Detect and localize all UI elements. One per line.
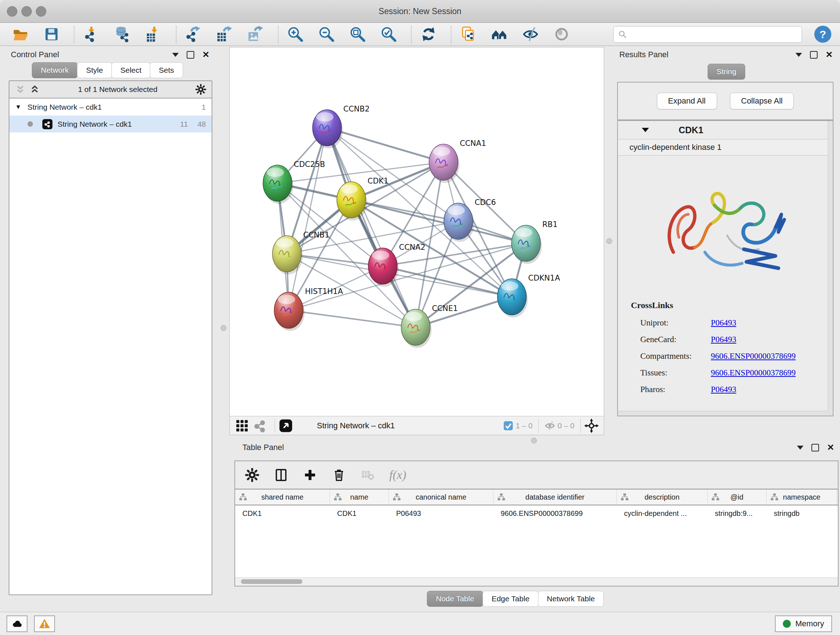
- table-cell[interactable]: stringdb: [767, 505, 837, 521]
- panel-collapse-icon[interactable]: [797, 446, 804, 450]
- crosslink-link[interactable]: P06493: [711, 385, 736, 394]
- tab-edge-table[interactable]: Edge Table: [483, 591, 538, 607]
- export-network-button[interactable]: [183, 24, 203, 44]
- zoom-fit-button[interactable]: [347, 24, 368, 44]
- duplicate-network-button[interactable]: [458, 24, 478, 44]
- save-session-button[interactable]: [41, 24, 62, 44]
- network-node-CCNB2[interactable]: CCNB2: [313, 105, 370, 149]
- network-collection-row[interactable]: ▼ String Network – cdk1 1: [9, 98, 212, 116]
- table-settings-gear-icon[interactable]: [245, 467, 260, 483]
- crosslink-link[interactable]: P06493: [711, 318, 736, 328]
- grid-view-icon[interactable]: [235, 418, 249, 433]
- column-header--id[interactable]: @id: [707, 489, 767, 505]
- network-edge[interactable]: [289, 128, 327, 310]
- expand-all-networks-icon[interactable]: [29, 84, 41, 95]
- collection-caret-icon[interactable]: ▼: [15, 103, 27, 111]
- right-splitter-handle[interactable]: [606, 238, 612, 244]
- scrollbar-thumb[interactable]: [241, 579, 302, 584]
- network-canvas[interactable]: CCNB2 CCNA1 CDC25B CDK1 CDC6 RB1: [230, 48, 604, 416]
- panel-collapse-icon[interactable]: [796, 53, 802, 57]
- zoom-selected-button[interactable]: [378, 24, 399, 44]
- table-horizontal-scrollbar[interactable]: [235, 578, 838, 586]
- column-header-namespace[interactable]: namespace: [767, 489, 837, 505]
- delete-column-trash-icon[interactable]: [332, 467, 347, 483]
- panel-float-icon[interactable]: [187, 51, 194, 59]
- panel-close-icon[interactable]: ✕: [827, 444, 834, 451]
- left-splitter-handle[interactable]: [221, 325, 226, 331]
- network-options-gear-icon[interactable]: [195, 84, 207, 95]
- string-query-button[interactable]: [489, 24, 509, 44]
- network-node-CCNE1[interactable]: CCNE1: [401, 304, 458, 348]
- results-vertical-scrollbar[interactable]: [828, 121, 833, 416]
- crosshair-icon[interactable]: [584, 418, 599, 433]
- panel-close-icon[interactable]: ✕: [826, 51, 833, 58]
- zoom-in-button[interactable]: [285, 24, 305, 44]
- network-edge[interactable]: [327, 128, 444, 162]
- export-table-button[interactable]: [214, 24, 234, 44]
- tab-string[interactable]: String: [707, 64, 745, 80]
- node-details-header[interactable]: CDK1: [618, 121, 833, 139]
- hidden-eye-slash-icon[interactable]: [545, 420, 555, 431]
- table-cell[interactable]: CDK1: [235, 505, 330, 521]
- table-cell[interactable]: cyclin-dependent ...: [617, 505, 707, 521]
- import-table-from-file-button[interactable]: [143, 24, 164, 44]
- network-row[interactable]: String Network – cdk1 11 48: [9, 116, 212, 133]
- node-details-caret-icon[interactable]: [642, 128, 649, 132]
- import-network-from-database-button[interactable]: [112, 24, 133, 44]
- network-node-RB1[interactable]: RB1: [512, 220, 557, 264]
- open-session-button[interactable]: [10, 24, 30, 44]
- tab-select[interactable]: Select: [111, 62, 150, 78]
- show-graphics-details-button[interactable]: [551, 24, 572, 44]
- share-view-icon[interactable]: [253, 418, 267, 433]
- apply-layout-button[interactable]: [418, 24, 439, 44]
- crosslink-link[interactable]: 9606.ENSP00000378699: [711, 352, 796, 361]
- zoom-in-icon: [287, 26, 304, 43]
- network-node-CDC6[interactable]: CDC6: [444, 198, 496, 242]
- column-header-database-identifier[interactable]: database identifier: [493, 489, 617, 505]
- table-cell[interactable]: stringdb:9...: [707, 505, 767, 521]
- show-columns-icon[interactable]: [273, 467, 289, 483]
- table-cell[interactable]: P06493: [389, 505, 493, 521]
- tab-style[interactable]: Style: [77, 62, 112, 78]
- import-network-from-file-button[interactable]: [81, 24, 101, 44]
- table-cell[interactable]: 9606.ENSP00000378699: [493, 505, 617, 521]
- tab-sets[interactable]: Sets: [150, 62, 183, 78]
- column-header-name[interactable]: name: [330, 489, 389, 505]
- string-enhance-toggle-button[interactable]: [520, 24, 540, 44]
- column-header-shared-name[interactable]: shared name: [235, 489, 330, 505]
- collapse-all-button[interactable]: Collapse All: [730, 93, 794, 109]
- panel-float-icon[interactable]: [812, 444, 819, 451]
- export-image-button[interactable]: [245, 24, 265, 44]
- tab-network[interactable]: Network: [32, 62, 78, 78]
- search-box[interactable]: [613, 26, 802, 43]
- add-column-icon[interactable]: [302, 467, 317, 483]
- results-actions: Expand All Collapse All: [617, 82, 834, 120]
- birds-eye-view-icon[interactable]: [279, 418, 293, 433]
- crosslink-link[interactable]: 9606.ENSP00000378699: [711, 368, 796, 378]
- zoom-out-button[interactable]: [316, 24, 336, 44]
- memory-button[interactable]: Memory: [775, 616, 832, 632]
- panel-close-icon[interactable]: ✕: [202, 51, 210, 58]
- help-button[interactable]: ?: [814, 26, 831, 43]
- network-edge[interactable]: [289, 310, 416, 327]
- cloud-status-button[interactable]: [6, 616, 27, 632]
- expand-all-button[interactable]: Expand All: [657, 93, 717, 109]
- network-edge[interactable]: [327, 128, 416, 327]
- results-horizontal-scrollbar[interactable]: [618, 411, 828, 416]
- toolbar-separator: [278, 26, 279, 43]
- search-input[interactable]: [630, 30, 797, 39]
- network-node-CDKN1A[interactable]: CDKN1A: [497, 274, 561, 318]
- table-row[interactable]: CDK1CDK1P064939606.ENSP00000378699cyclin…: [235, 505, 838, 521]
- panel-float-icon[interactable]: [810, 51, 818, 59]
- column-header-canonical-name[interactable]: canonical name: [389, 489, 493, 505]
- table-cell[interactable]: CDK1: [330, 505, 389, 521]
- tab-network-table[interactable]: Network Table: [538, 591, 604, 607]
- panel-collapse-icon[interactable]: [172, 53, 179, 57]
- collapse-all-networks-icon[interactable]: [14, 84, 26, 95]
- crosslink-link[interactable]: P06493: [711, 335, 736, 344]
- column-header-description[interactable]: description: [617, 489, 707, 505]
- selected-checkbox-icon[interactable]: [503, 420, 514, 431]
- warnings-button[interactable]: [34, 616, 55, 632]
- tab-node-table[interactable]: Node Table: [427, 591, 483, 607]
- network-node-HIST1H1A[interactable]: HIST1H1A: [274, 287, 343, 331]
